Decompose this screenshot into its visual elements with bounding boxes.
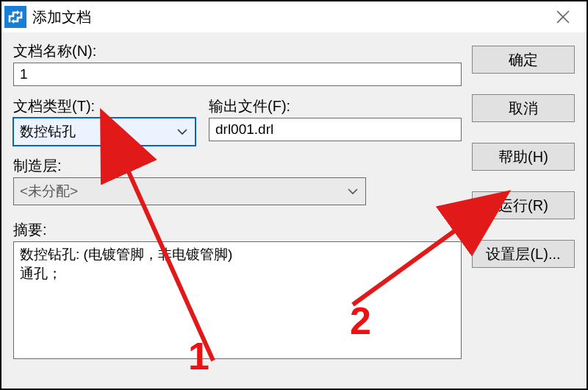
type-and-output-row: 文档类型(T): 数控钻孔 输出文件(F): — [13, 96, 462, 146]
doc-type-group: 文档类型(T): 数控钻孔 — [13, 96, 196, 146]
app-icon — [4, 6, 26, 28]
titlebar: 添加文档 — [1, 1, 587, 32]
fab-layer-value: <未分配> — [20, 182, 78, 201]
doc-type-value: 数控钻孔 — [20, 122, 76, 141]
output-file-input[interactable] — [209, 118, 462, 141]
dialog-window: 添加文档 文档名称(N): 文档类型(T): 数控钻孔 — [0, 0, 588, 390]
doc-name-input[interactable] — [13, 63, 462, 86]
summary-label: 摘要: — [13, 220, 462, 240]
help-button[interactable]: 帮助(H) — [472, 143, 575, 171]
doc-type-select[interactable]: 数控钻孔 — [13, 118, 196, 146]
doc-name-label: 文档名称(N): — [13, 41, 462, 61]
ok-button[interactable]: 确定 — [472, 46, 575, 74]
cancel-button[interactable]: 取消 — [472, 94, 575, 122]
dialog-content: 文档名称(N): 文档类型(T): 数控钻孔 输出文件(F): 制造层: — [1, 32, 587, 389]
button-column: 确定 取消 帮助(H) 运行(R) 设置层(L)... — [472, 46, 575, 268]
output-file-label: 输出文件(F): — [209, 96, 462, 116]
run-button[interactable]: 运行(R) — [472, 191, 575, 219]
summary-textarea[interactable]: 数控钻孔: (电镀管脚，非电镀管脚) 通孔； — [13, 241, 462, 359]
doc-type-label: 文档类型(T): — [13, 96, 196, 116]
fab-layer-group: 制造层: <未分配> — [13, 156, 366, 205]
doc-name-group: 文档名称(N): — [13, 41, 462, 86]
fab-layer-select[interactable]: <未分配> — [13, 177, 366, 205]
close-button[interactable] — [548, 1, 578, 32]
set-layer-button[interactable]: 设置层(L)... — [472, 240, 575, 268]
summary-group: 摘要: 数控钻孔: (电镀管脚，非电镀管脚) 通孔； — [13, 220, 462, 359]
close-icon — [556, 10, 570, 24]
window-title: 添加文档 — [32, 7, 91, 27]
output-file-group: 输出文件(F): — [209, 96, 462, 146]
chevron-down-icon — [343, 185, 362, 198]
chevron-down-icon — [173, 125, 192, 138]
fab-layer-label: 制造层: — [13, 156, 366, 176]
